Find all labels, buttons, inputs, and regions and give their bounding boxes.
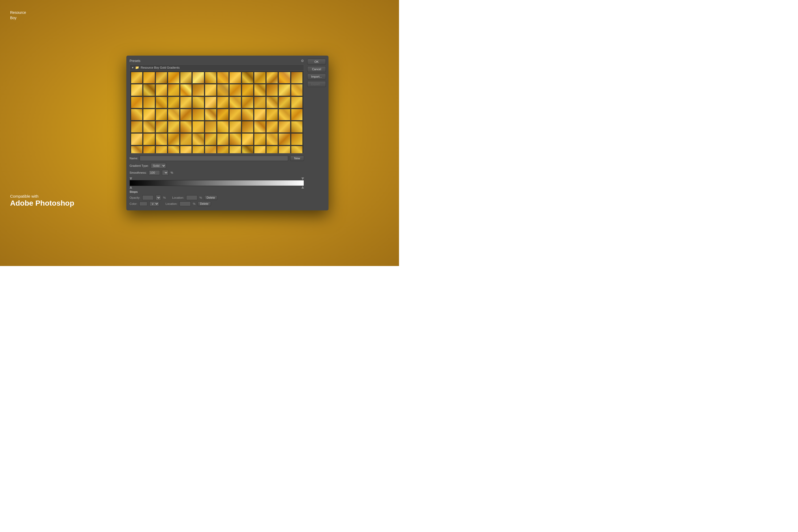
- color-dropdown[interactable]: ∨: [150, 201, 159, 206]
- gradient-cell[interactable]: [168, 97, 179, 108]
- gradient-cell[interactable]: [266, 109, 278, 120]
- gradient-cell[interactable]: [266, 133, 278, 145]
- gradient-cell[interactable]: [143, 133, 155, 145]
- gradient-cell[interactable]: [279, 146, 290, 153]
- gradient-cell[interactable]: [229, 84, 241, 96]
- gradient-cell[interactable]: [205, 72, 216, 83]
- gradient-cell[interactable]: [242, 72, 253, 83]
- gradient-cell[interactable]: [217, 109, 229, 120]
- gradient-cell[interactable]: [254, 109, 266, 120]
- smoothness-dropdown[interactable]: ∨: [162, 170, 168, 175]
- gradient-cell[interactable]: [242, 121, 253, 133]
- gradient-cell[interactable]: [131, 109, 142, 120]
- gradient-cell[interactable]: [266, 121, 278, 133]
- gradient-cell[interactable]: [143, 72, 155, 83]
- gradient-cell[interactable]: [156, 121, 167, 133]
- opacity-dropdown[interactable]: ∨: [156, 195, 161, 200]
- gradient-cell[interactable]: [168, 109, 179, 120]
- gradient-bar[interactable]: [130, 180, 304, 186]
- new-button[interactable]: New: [290, 156, 304, 161]
- gradient-cell[interactable]: [279, 84, 290, 96]
- gradient-cell[interactable]: [143, 84, 155, 96]
- gradient-cell[interactable]: [205, 133, 216, 145]
- gradient-cell[interactable]: [168, 84, 179, 96]
- delete-button-2[interactable]: Delete: [198, 201, 211, 206]
- gradient-cell[interactable]: [217, 97, 229, 108]
- gradient-cell[interactable]: [229, 72, 241, 83]
- gradient-cell[interactable]: [205, 97, 216, 108]
- gradient-cell[interactable]: [131, 146, 142, 153]
- gradient-cell[interactable]: [131, 84, 142, 96]
- gradient-cell[interactable]: [217, 72, 229, 83]
- opacity-stop-right[interactable]: [301, 177, 304, 180]
- gradient-cell[interactable]: [180, 109, 192, 120]
- gradient-cell[interactable]: [229, 146, 241, 153]
- gradient-cell[interactable]: [168, 121, 179, 133]
- gradient-cell[interactable]: [242, 109, 253, 120]
- gradient-cell[interactable]: [192, 109, 204, 120]
- gradient-cell[interactable]: [131, 133, 142, 145]
- gradient-cell[interactable]: [242, 84, 253, 96]
- gradient-cell[interactable]: [180, 72, 192, 83]
- gradient-cell[interactable]: [156, 72, 167, 83]
- gradient-cell[interactable]: [217, 121, 229, 133]
- gradient-cell[interactable]: [254, 121, 266, 133]
- gradient-cell[interactable]: [192, 84, 204, 96]
- location-input-1[interactable]: [186, 195, 197, 200]
- gradient-cell[interactable]: [266, 72, 278, 83]
- name-input[interactable]: [140, 156, 288, 161]
- smoothness-input[interactable]: [149, 170, 160, 175]
- gradient-cell[interactable]: [192, 146, 204, 153]
- gradient-cell[interactable]: [156, 84, 167, 96]
- gradient-cell[interactable]: [168, 72, 179, 83]
- gradient-cell[interactable]: [156, 109, 167, 120]
- import-button[interactable]: Import...: [307, 74, 326, 79]
- gradient-cell[interactable]: [242, 133, 253, 145]
- ok-button[interactable]: OK: [307, 59, 326, 65]
- gradient-cell[interactable]: [291, 97, 303, 108]
- gradient-cell[interactable]: [205, 121, 216, 133]
- gradient-cell[interactable]: [242, 146, 253, 153]
- gradient-cell[interactable]: [279, 121, 290, 133]
- gradient-cell[interactable]: [279, 97, 290, 108]
- opacity-stop-left[interactable]: [130, 177, 132, 180]
- gradient-cell[interactable]: [156, 146, 167, 153]
- location-input-2[interactable]: [179, 201, 191, 206]
- gradient-cell[interactable]: [279, 109, 290, 120]
- gradient-cell[interactable]: [205, 84, 216, 96]
- gradient-cell[interactable]: [291, 121, 303, 133]
- gradient-cell[interactable]: [229, 97, 241, 108]
- gradient-cell[interactable]: [168, 146, 179, 153]
- gradient-cell[interactable]: [131, 121, 142, 133]
- gradient-cell[interactable]: [291, 84, 303, 96]
- gradient-cell[interactable]: [180, 133, 192, 145]
- presets-folder[interactable]: ▾ 📁 Resource Boy Gold Gradients: [130, 65, 304, 71]
- gradient-cell[interactable]: [217, 133, 229, 145]
- gradient-cell[interactable]: [192, 72, 204, 83]
- gear-icon[interactable]: ⚙: [301, 59, 304, 63]
- gradient-cell[interactable]: [131, 97, 142, 108]
- gradient-cell[interactable]: [266, 84, 278, 96]
- gradient-cell[interactable]: [180, 84, 192, 96]
- gradient-cell[interactable]: [291, 133, 303, 145]
- gradient-cell[interactable]: [180, 146, 192, 153]
- gradient-cell[interactable]: [254, 84, 266, 96]
- opacity-value-input[interactable]: [142, 195, 153, 200]
- gradient-cell[interactable]: [205, 109, 216, 120]
- export-button[interactable]: Export...: [307, 81, 326, 87]
- gradient-cell[interactable]: [143, 109, 155, 120]
- gradient-cell[interactable]: [156, 97, 167, 108]
- gradient-cell[interactable]: [192, 133, 204, 145]
- gradient-cell[interactable]: [180, 97, 192, 108]
- gradient-cell[interactable]: [229, 109, 241, 120]
- gradient-cell[interactable]: [266, 97, 278, 108]
- delete-button-1[interactable]: Delete: [204, 195, 217, 200]
- gradient-cell[interactable]: [291, 146, 303, 153]
- gradient-cell[interactable]: [242, 97, 253, 108]
- gradient-cell[interactable]: [180, 121, 192, 133]
- gradient-cell[interactable]: [291, 109, 303, 120]
- gradient-cell[interactable]: [143, 97, 155, 108]
- gradient-cell[interactable]: [229, 121, 241, 133]
- gradient-cell[interactable]: [254, 133, 266, 145]
- gradient-cell[interactable]: [291, 72, 303, 83]
